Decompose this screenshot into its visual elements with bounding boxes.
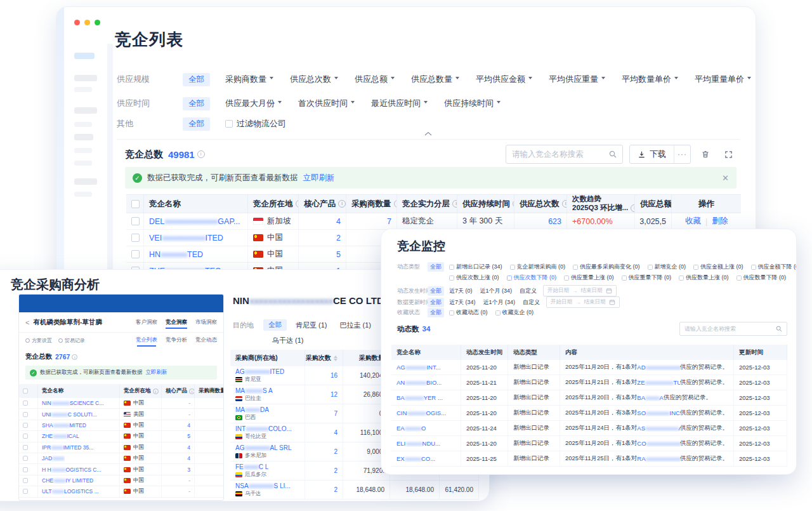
filter-dropdown[interactable]: 平均数量单价 [622, 74, 678, 85]
type-checkbox[interactable]: 供应次数下降 (0) [507, 274, 557, 282]
col-buyer-count[interactable]: 采购商数量i [346, 195, 397, 213]
favorite-link[interactable]: 收藏 [685, 216, 701, 227]
info-icon[interactable]: i [338, 200, 346, 208]
buyer-name-link[interactable]: INTxxxxxxxxxCOLO... [235, 425, 292, 432]
info-icon[interactable]: i [197, 150, 205, 158]
row-checkbox[interactable] [23, 478, 28, 483]
competitor-name-link[interactable]: UNIxxxxxxxxC SOLUTI... [42, 411, 97, 418]
col-duration[interactable]: 供应持续时间i [457, 195, 514, 213]
time-option[interactable]: 近7天 (34) [449, 298, 476, 307]
preview-table-row[interactable]: UNIxxxxxxxxC SOLUTI... 美国 - [19, 409, 223, 420]
filter-logistics-checkbox[interactable]: 过滤物流公司 [225, 118, 286, 129]
filter-all-chip[interactable]: 全部 [428, 286, 444, 296]
core-product-count[interactable]: 5 [299, 246, 346, 262]
sub-tab[interactable]: 竞企列表 [136, 334, 157, 347]
competitor-name-link[interactable]: VEIxxxxxxxxxxxxxITED [149, 234, 223, 242]
col-trend[interactable]: 次数趋势 2025Q3 环比增...i [567, 195, 635, 213]
sidebar-item-active[interactable] [74, 53, 95, 59]
refresh-now-link[interactable]: 立即刷新 [146, 369, 167, 376]
tool-link[interactable]: 贸易记录 [58, 337, 85, 344]
competitor-name-link[interactable]: SHAxxxxxxxxMITED [42, 422, 86, 428]
type-checkbox[interactable]: 竞企新增采购商 (0) [510, 263, 566, 271]
dynamics-table-row[interactable]: AGxxxxxxxxxINT... 2025-11-20 新增出口记录 2025… [391, 360, 787, 375]
preview-table-row[interactable]: CHExxxxxxIY LIMITED 中国 - [19, 475, 223, 486]
buyer-count[interactable]: 7 [346, 213, 397, 229]
dynamics-table-row[interactable]: EAxxxxxxxO 2025-11-24 新增出口记录 2025年11月24日… [391, 421, 787, 436]
competitor-name-link[interactable]: EXxxxxxxxCO... [396, 455, 435, 462]
filter-all-chip[interactable]: 全部 [428, 262, 444, 272]
row-checkbox[interactable] [131, 250, 140, 258]
preview-table-row[interactable]: ZHExxxxxxxICAL 中国 5 [19, 431, 223, 442]
col-core-product[interactable]: 核心产品i [299, 195, 346, 213]
competitor-name-link[interactable]: JADxxxxxx [42, 455, 65, 461]
type-checkbox[interactable]: 供应金额上涨 (0) [693, 263, 743, 271]
total-times[interactable]: 623 [514, 213, 567, 229]
filter-dropdown[interactable]: 平均供应重量 [549, 74, 605, 85]
filter-all-chip[interactable]: 全部 [183, 73, 210, 86]
buyer-name-link[interactable]: MAxxxxxxxS A [235, 387, 273, 394]
competitor-name-link[interactable]: ULTxxxxxxLOGISTICS ... [42, 488, 99, 494]
favorite-checkbox[interactable]: 收藏竞企 (0) [495, 309, 534, 317]
back-chevron-icon[interactable]: < [25, 319, 29, 326]
minimize-window-button[interactable] [84, 20, 90, 25]
dynamics-table-row[interactable]: EXxxxxxxxCO... 2025-11-25 新增出口记录 2025年11… [391, 451, 787, 467]
select-all-checkbox[interactable] [23, 388, 28, 394]
preview-table-row[interactable]: SHAxxxxxxxxMITED 中国 4 [19, 420, 223, 431]
type-checkbox[interactable]: 供应金额下降 (0) [751, 263, 797, 271]
preview-table-row[interactable]: JADxxxxxx 中国 4 [19, 453, 223, 464]
row-checkbox[interactable] [131, 217, 140, 225]
col-total-times[interactable]: 供应总次数i [514, 195, 567, 213]
search-box[interactable] [506, 145, 623, 164]
destination-all-chip[interactable]: 全部 [263, 319, 287, 331]
insight-tab[interactable]: 竞企洞察 [166, 316, 187, 329]
type-checkbox[interactable]: 供应最多采购商变化 (0) [573, 263, 640, 271]
info-icon[interactable]: i [452, 200, 457, 208]
preview-table-row[interactable]: IPRxxxxxxIMITED 35... 中国 4 [19, 442, 223, 453]
competitor-name-link[interactable]: EAxxxxxxxO [396, 425, 426, 432]
col-purchase-times[interactable]: 采购次数 [305, 350, 343, 366]
buyer-table-row[interactable]: NSAxxxxxxxxxxS LI... 乌干达 2 18,648.00 18,… [230, 481, 479, 500]
filter-dropdown[interactable]: 平均重量单价 [695, 74, 751, 85]
row-checkbox[interactable] [23, 423, 28, 428]
info-icon[interactable]: i [562, 200, 568, 208]
core-product-count[interactable]: 4 [299, 213, 346, 229]
col-strength-tier[interactable]: 竞企实力分层i [397, 195, 457, 213]
purchase-times[interactable]: 2 [305, 481, 343, 499]
filter-all-chip[interactable]: 全部 [428, 308, 444, 317]
search-icon[interactable] [776, 326, 782, 332]
time-option[interactable]: 近1个月 (34) [480, 287, 513, 295]
close-banner-icon[interactable]: ✕ [722, 173, 729, 183]
competitor-name-link[interactable]: BAxxxxxxxxYER ... [396, 394, 443, 401]
filter-all-chip[interactable]: 全部 [428, 298, 444, 307]
row-checkbox[interactable] [131, 234, 140, 242]
filter-dropdown[interactable]: 最近供应时间 [371, 98, 428, 109]
col-total-amount[interactable]: 供应总额i [635, 195, 672, 213]
search-icon[interactable] [609, 150, 617, 158]
competitor-name-link[interactable]: NINxxxxxxxxxSCIENCE C... [42, 400, 103, 406]
filter-dropdown[interactable]: 首次供应时间 [298, 98, 355, 109]
sub-tab[interactable]: 竞争分析 [166, 334, 187, 347]
row-checkbox[interactable] [23, 401, 28, 406]
competitor-name-link[interactable]: H HxxxxxxxOGISTICS C... [42, 467, 102, 473]
type-checkbox[interactable]: 供应次数上涨 (0) [449, 274, 499, 282]
row-checkbox[interactable] [23, 489, 28, 494]
type-checkbox[interactable]: 新增出口记录 (34) [449, 263, 502, 271]
competitor-name-link[interactable]: ELIxxxxxxxNDU... [396, 440, 440, 447]
purchase-times[interactable]: 7 [305, 404, 343, 423]
purchase-times[interactable]: 2 [305, 461, 343, 480]
preview-table-row[interactable]: NINxxxxxxxxxSCIENCE C... 中国 - [19, 398, 223, 409]
competitor-name-link[interactable]: CHExxxxxxIY LIMITED [42, 477, 93, 484]
buyer-name-link[interactable]: AGxxxxxxxxxxAL SRL [235, 444, 292, 451]
fullscreen-button[interactable] [720, 146, 737, 163]
info-icon[interactable]: i [72, 354, 77, 360]
filter-all-chip[interactable]: 全部 [183, 97, 210, 110]
insight-tab[interactable]: 市场洞察 [195, 316, 217, 329]
filter-all-chip[interactable]: 全部 [183, 117, 210, 131]
filter-dropdown[interactable]: 供应总数量 [411, 74, 459, 85]
purchase-times[interactable]: 12 [305, 385, 343, 404]
favorite-checkbox[interactable]: 收藏动态 (0) [449, 309, 488, 317]
type-checkbox[interactable]: 供应重量下降 (0) [622, 274, 672, 282]
buyer-name-link[interactable]: NSAxxxxxxxxxxS LI... [235, 482, 291, 489]
row-checkbox[interactable] [23, 456, 28, 461]
date-range-input[interactable]: 开始日期 → 结束日期 [543, 285, 617, 296]
